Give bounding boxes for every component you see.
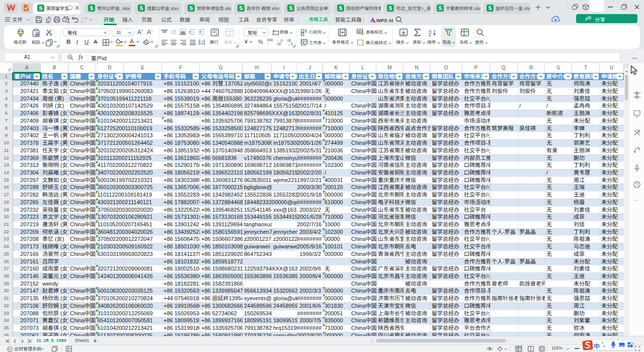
svg-text:¥: ¥ [9,347,11,351]
svg-text:Z: Z [429,32,431,36]
